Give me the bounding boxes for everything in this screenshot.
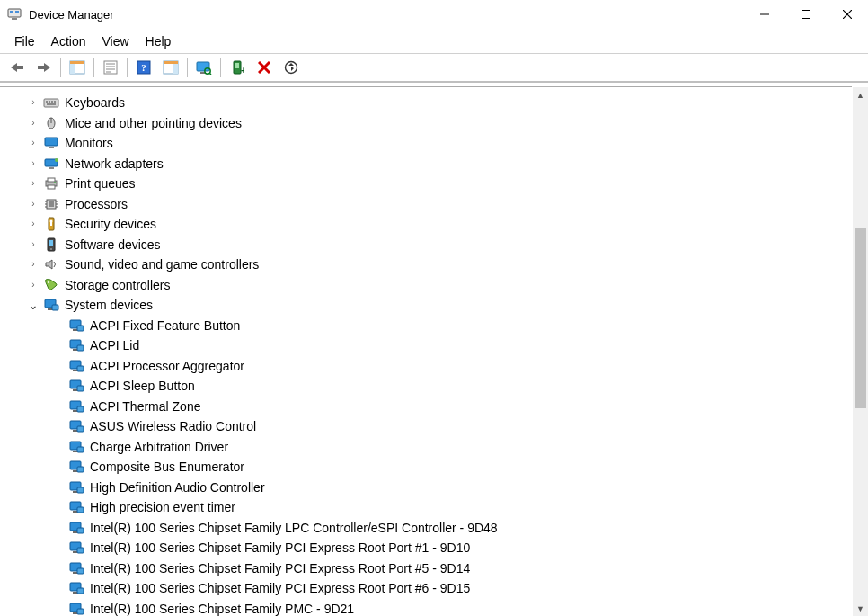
expand-icon[interactable]: › bbox=[27, 275, 40, 295]
show-hide-tree-button[interactable] bbox=[65, 56, 90, 79]
scroll-up-arrow[interactable]: ▲ bbox=[853, 87, 868, 103]
category-label: Sound, video and game controllers bbox=[65, 254, 259, 274]
svg-rect-82 bbox=[77, 406, 84, 412]
device-item[interactable]: ACPI Fixed Feature Button bbox=[0, 316, 853, 336]
category-monitor[interactable]: ›Monitors bbox=[0, 133, 853, 154]
expand-icon[interactable]: › bbox=[27, 133, 40, 153]
vertical-scrollbar[interactable]: ▲ ▼ bbox=[853, 87, 868, 616]
category-label: Print queues bbox=[65, 174, 136, 193]
category-sound[interactable]: ›Sound, video and game controllers bbox=[0, 254, 853, 275]
security-icon bbox=[43, 217, 59, 231]
category-software[interactable]: ›Software devices bbox=[0, 235, 853, 255]
device-item[interactable]: ACPI Lid bbox=[0, 335, 853, 356]
category-label: Monitors bbox=[65, 133, 113, 153]
category-label: Mice and other pointing devices bbox=[65, 113, 242, 133]
system-device-icon bbox=[68, 581, 84, 595]
toolbar-separator bbox=[93, 58, 94, 77]
svg-rect-88 bbox=[77, 447, 84, 452]
app-icon bbox=[7, 7, 22, 22]
device-item[interactable]: Intel(R) 100 Series Chipset Family PCI E… bbox=[0, 558, 853, 579]
properties-button[interactable] bbox=[98, 56, 123, 79]
system-device-icon bbox=[68, 318, 84, 333]
scroll-track[interactable] bbox=[853, 103, 868, 601]
scan-hardware-button[interactable] bbox=[191, 56, 217, 79]
device-label: ACPI Processor Aggregator bbox=[90, 356, 244, 376]
device-item[interactable]: High precision event timer bbox=[0, 497, 853, 518]
scroll-down-arrow[interactable]: ▼ bbox=[853, 601, 868, 616]
system-device-icon bbox=[68, 521, 84, 535]
device-item[interactable]: Intel(R) 100 Series Chipset Family LPC C… bbox=[0, 518, 853, 539]
minimize-button[interactable] bbox=[744, 0, 785, 29]
category-cpu[interactable]: ›Processors bbox=[0, 194, 853, 215]
svg-text:+: + bbox=[241, 66, 244, 75]
svg-rect-109 bbox=[77, 588, 84, 594]
device-item[interactable]: Charge Arbitration Driver bbox=[0, 437, 853, 458]
sound-icon bbox=[43, 257, 59, 272]
svg-rect-41 bbox=[45, 138, 58, 146]
category-label: Software devices bbox=[65, 235, 161, 254]
device-item[interactable]: Intel(R) 100 Series Chipset Family PCI E… bbox=[0, 538, 853, 558]
svg-rect-2 bbox=[15, 11, 19, 13]
svg-rect-51 bbox=[49, 201, 54, 207]
add-legacy-hardware-button[interactable]: + bbox=[225, 56, 250, 79]
device-tree[interactable]: ›Keyboards›Mice and other pointing devic… bbox=[0, 91, 853, 616]
device-label: ASUS Wireless Radio Control bbox=[90, 416, 256, 436]
system-device-icon bbox=[68, 359, 84, 373]
expand-icon[interactable]: › bbox=[27, 93, 40, 112]
help-button[interactable]: ? bbox=[131, 56, 156, 79]
category-storage[interactable]: ›Storage controllers bbox=[0, 275, 853, 296]
device-item[interactable]: High Definition Audio Controller bbox=[0, 478, 853, 498]
device-item[interactable]: Intel(R) 100 Series Chipset Family PMC -… bbox=[0, 599, 853, 617]
back-button[interactable] bbox=[4, 56, 30, 79]
svg-rect-73 bbox=[77, 345, 84, 351]
forward-button[interactable] bbox=[31, 56, 57, 79]
expand-icon[interactable]: › bbox=[27, 154, 40, 174]
scroll-thumb[interactable] bbox=[855, 228, 866, 408]
device-label: Intel(R) 100 Series Chipset Family PCI E… bbox=[90, 538, 470, 558]
category-keyboard[interactable]: ›Keyboards bbox=[0, 93, 853, 113]
collapse-icon[interactable]: ⌄ bbox=[27, 295, 40, 315]
device-label: Intel(R) 100 Series Chipset Family PCI E… bbox=[90, 558, 470, 578]
category-security[interactable]: ›Security devices bbox=[0, 214, 853, 235]
device-item[interactable]: ACPI Processor Aggregator bbox=[0, 356, 853, 377]
category-printer[interactable]: ›Print queues bbox=[0, 174, 853, 194]
device-label: Intel(R) 100 Series Chipset Family PMC -… bbox=[90, 599, 354, 616]
category-network[interactable]: ›Network adapters bbox=[0, 154, 853, 174]
show-hide-action-pane-button[interactable] bbox=[158, 56, 183, 79]
expand-icon[interactable]: › bbox=[27, 174, 40, 193]
category-mouse[interactable]: ›Mice and other pointing devices bbox=[0, 113, 853, 134]
menu-help[interactable]: Help bbox=[138, 31, 179, 51]
svg-rect-67 bbox=[52, 305, 58, 310]
menu-file[interactable]: File bbox=[7, 31, 42, 51]
expand-icon[interactable]: › bbox=[27, 254, 40, 274]
svg-rect-70 bbox=[77, 326, 84, 331]
expand-icon[interactable]: › bbox=[27, 214, 40, 234]
menu-view[interactable]: View bbox=[94, 31, 136, 51]
system-device-icon bbox=[68, 379, 84, 393]
category-system[interactable]: ⌄System devices bbox=[0, 295, 853, 316]
expand-icon[interactable]: › bbox=[27, 113, 40, 133]
device-item[interactable]: ACPI Sleep Button bbox=[0, 376, 853, 397]
update-driver-button[interactable] bbox=[279, 56, 304, 79]
svg-rect-3 bbox=[12, 18, 17, 20]
system-device-icon bbox=[68, 399, 84, 414]
expand-icon[interactable]: › bbox=[27, 235, 40, 254]
content-area: ›Keyboards›Mice and other pointing devic… bbox=[0, 86, 868, 616]
menu-action[interactable]: Action bbox=[44, 31, 93, 51]
device-item[interactable]: ACPI Thermal Zone bbox=[0, 397, 853, 417]
device-item[interactable]: ASUS Wireless Radio Control bbox=[0, 416, 853, 437]
svg-rect-34 bbox=[46, 101, 48, 103]
printer-icon bbox=[43, 176, 59, 191]
expand-icon[interactable]: › bbox=[27, 194, 40, 214]
category-label: Keyboards bbox=[65, 93, 125, 112]
device-item[interactable]: Intel(R) 100 Series Chipset Family PCI E… bbox=[0, 578, 853, 599]
maximize-button[interactable] bbox=[785, 0, 827, 29]
svg-point-63 bbox=[50, 248, 52, 250]
close-button[interactable] bbox=[827, 0, 868, 29]
svg-point-64 bbox=[48, 281, 49, 283]
uninstall-device-button[interactable] bbox=[252, 56, 277, 79]
storage-icon bbox=[43, 278, 59, 292]
device-label: ACPI Sleep Button bbox=[90, 376, 195, 396]
device-item[interactable]: Composite Bus Enumerator bbox=[0, 457, 853, 478]
svg-rect-76 bbox=[77, 366, 84, 371]
